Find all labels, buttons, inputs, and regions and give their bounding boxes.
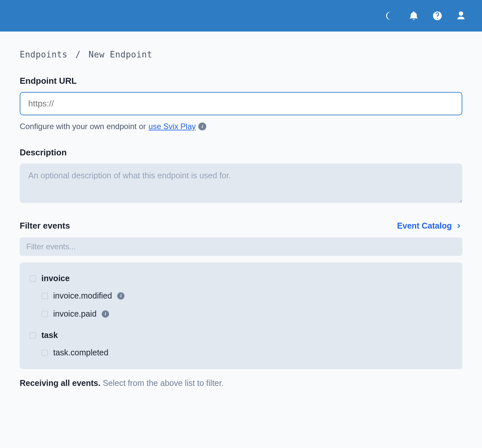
endpoint-url-label: Endpoint URL [20, 76, 462, 86]
label-invoice-paid: invoice.paid [53, 309, 97, 319]
breadcrumb-separator: / [76, 50, 81, 59]
checkbox-invoice[interactable] [30, 275, 36, 282]
breadcrumb-parent-link[interactable]: Endpoints [20, 50, 67, 59]
event-item-invoice-modified[interactable]: invoice.modified i [30, 288, 452, 304]
user-icon[interactable] [456, 11, 466, 21]
info-icon[interactable]: i [102, 310, 109, 318]
event-group-invoice[interactable]: invoice [30, 271, 452, 286]
url-help-prefix: Configure with your own endpoint or [20, 122, 146, 131]
event-item-task-completed[interactable]: task.completed [30, 345, 452, 361]
page-content: Endpoints / New Endpoint Endpoint URL Co… [0, 32, 482, 401]
event-group-task[interactable]: task [30, 328, 452, 343]
filter-events-search[interactable] [20, 237, 462, 256]
event-item-invoice-paid[interactable]: invoice.paid i [30, 306, 452, 322]
receiving-note-bold: Receiving all events. [20, 378, 100, 388]
label-invoice-modified: invoice.modified [53, 291, 112, 301]
info-icon[interactable]: i [198, 123, 206, 130]
filter-events-label: Filter events [20, 221, 70, 231]
bell-icon[interactable] [408, 11, 419, 21]
group-label-task: task [41, 330, 58, 340]
breadcrumb: Endpoints / New Endpoint [20, 50, 462, 59]
description-input[interactable] [20, 164, 462, 203]
description-label: Description [20, 147, 462, 158]
label-task-completed: task.completed [53, 348, 108, 357]
endpoint-url-input[interactable] [20, 92, 462, 115]
receiving-note-rest: Select from the above list to filter. [100, 378, 224, 388]
event-catalog-text: Event Catalog [397, 221, 452, 231]
receiving-note: Receiving all events. Select from the ab… [20, 378, 462, 388]
chevron-right-icon [455, 222, 462, 230]
event-catalog-link[interactable]: Event Catalog [397, 221, 462, 231]
svix-play-link[interactable]: use Svix Play [148, 122, 196, 131]
group-label-invoice: invoice [41, 274, 70, 283]
breadcrumb-current: New Endpoint [89, 50, 152, 59]
app-header [0, 0, 482, 32]
help-icon[interactable] [432, 11, 443, 21]
info-icon[interactable]: i [117, 292, 124, 300]
url-help-text: Configure with your own endpoint or use … [20, 122, 462, 131]
checkbox-invoice-paid[interactable] [41, 311, 48, 317]
checkbox-task[interactable] [30, 332, 36, 339]
events-panel: invoice invoice.modified i invoice.paid … [20, 262, 462, 369]
checkbox-task-completed[interactable] [41, 349, 48, 356]
checkbox-invoice-modified[interactable] [41, 293, 48, 299]
dark-mode-icon[interactable] [385, 11, 395, 21]
